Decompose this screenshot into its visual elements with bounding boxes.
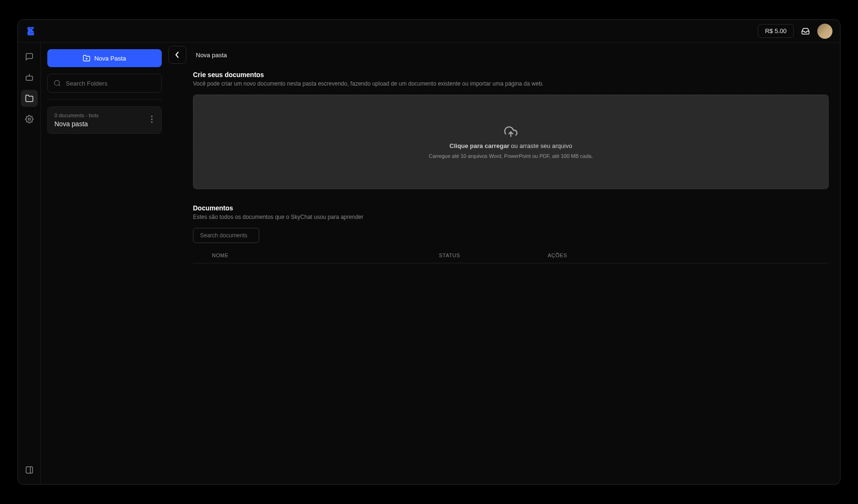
folder-item[interactable]: 0 documents - bots Nova pasta [47, 106, 162, 134]
svg-point-10 [151, 122, 153, 123]
inbox-icon[interactable] [801, 27, 810, 35]
svg-point-8 [151, 116, 153, 117]
upload-dropzone[interactable]: Clique para carregar ou arraste seu arqu… [193, 95, 829, 189]
back-button[interactable] [168, 46, 186, 64]
svg-point-1 [28, 118, 30, 121]
balance-chip[interactable]: R$ 5.00 [758, 24, 794, 38]
docs-title: Documentos [193, 204, 829, 212]
chevron-left-icon [175, 52, 180, 58]
folder-plus-icon [83, 54, 90, 62]
app-body: Nova Pasta 0 documents - bots Nova pasta [18, 43, 840, 484]
nav-folders[interactable] [21, 90, 38, 107]
search-icon [53, 79, 61, 87]
folder-more-button[interactable] [149, 113, 155, 127]
folder-search-wrap[interactable] [47, 74, 162, 93]
topbar-right: R$ 5.00 [758, 24, 832, 39]
documents-search-input[interactable] [193, 228, 259, 243]
dropzone-bold: Clique para carregar [449, 142, 509, 149]
nav-rail [18, 43, 41, 484]
dropzone-text-secondary: Carregue até 10 arquivos Word, PowerPoin… [429, 153, 593, 159]
svg-point-9 [151, 119, 153, 120]
content-area: Nova pasta Crie seus documentos Você pod… [168, 43, 840, 484]
th-acoes: AÇÕES [548, 252, 829, 258]
new-folder-button[interactable]: Nova Pasta [47, 49, 162, 67]
avatar[interactable] [817, 24, 832, 39]
folder-search-input[interactable] [66, 80, 156, 87]
app-logo[interactable] [26, 26, 36, 36]
folder-meta: 0 documents - bots [54, 113, 99, 118]
topbar: R$ 5.00 [18, 20, 840, 43]
nav-chat[interactable] [21, 48, 38, 65]
folders-sidebar: Nova Pasta 0 documents - bots Nova pasta [41, 43, 168, 484]
docs-subtitle: Estes são todos os documentos que o SkyC… [193, 214, 829, 220]
svg-rect-2 [26, 467, 33, 473]
new-folder-label: Nova Pasta [94, 55, 126, 62]
folder-name: Nova pasta [54, 120, 99, 128]
cloud-upload-icon [504, 125, 517, 139]
th-nome: NOME [212, 252, 439, 258]
dropzone-text-primary: Clique para carregar ou arraste seu arqu… [449, 142, 572, 149]
dots-vertical-icon [151, 115, 153, 123]
create-docs-title: Crie seus documentos [193, 71, 829, 78]
dropzone-rest: ou arraste seu arquivo [509, 142, 572, 149]
create-docs-subtitle: Você pode criar um novo documento nesta … [193, 80, 829, 87]
th-status: STATUS [439, 252, 548, 258]
nav-bot[interactable] [21, 69, 38, 86]
main-panel: Crie seus documentos Você pode criar um … [168, 67, 840, 484]
svg-line-7 [59, 85, 60, 86]
svg-rect-0 [26, 76, 33, 80]
app-window: R$ 5.00 [18, 19, 840, 485]
documents-table-header: NOME STATUS AÇÕES [193, 252, 829, 263]
folder-item-info: 0 documents - bots Nova pasta [54, 113, 99, 128]
nav-settings[interactable] [21, 111, 38, 128]
breadcrumb: Nova pasta [196, 52, 227, 59]
nav-collapse[interactable] [21, 461, 38, 478]
divider [47, 99, 162, 100]
svg-point-6 [54, 80, 60, 86]
content-header: Nova pasta [168, 43, 840, 67]
